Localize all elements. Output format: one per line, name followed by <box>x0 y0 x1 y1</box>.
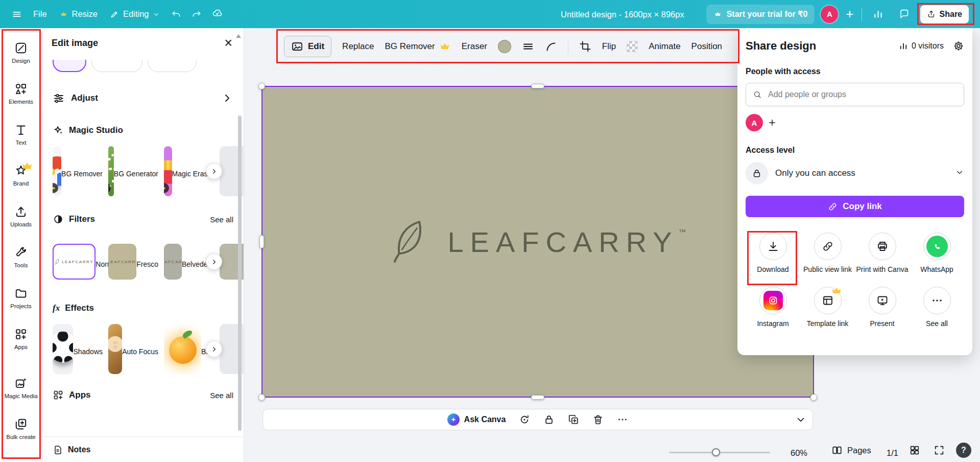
animate-button[interactable]: Animate <box>649 41 680 52</box>
avatar[interactable]: A <box>821 6 838 23</box>
handle-middle-left[interactable] <box>259 235 264 248</box>
bulk-create-icon <box>14 418 28 431</box>
add-people-input[interactable] <box>767 89 957 100</box>
notes-button[interactable]: Notes <box>53 445 90 455</box>
handle-top-center[interactable] <box>531 84 544 88</box>
design-canvas[interactable]: LEAFCARRY™ <box>262 87 813 397</box>
handle-bottom-center[interactable] <box>531 395 544 400</box>
regenerate-button[interactable] <box>519 414 530 425</box>
option-template-link[interactable]: Template link <box>800 287 855 329</box>
sidebar-item-uploads[interactable]: Uploads <box>0 196 42 237</box>
ask-canva-button[interactable]: Ask Canva <box>447 413 506 426</box>
access-level-dropdown[interactable]: Only you can access <box>746 162 964 184</box>
delete-button[interactable] <box>592 414 604 425</box>
scroll-next-button[interactable] <box>206 163 222 179</box>
zoom-slider[interactable] <box>669 448 770 457</box>
share-button[interactable]: Share <box>920 5 969 24</box>
scroll-next-button[interactable] <box>206 253 222 270</box>
eraser-button[interactable]: Eraser <box>462 41 487 52</box>
main-menu-button[interactable] <box>7 5 27 24</box>
comments-button[interactable] <box>894 5 914 24</box>
option-whatsapp[interactable]: WhatsApp <box>910 233 964 274</box>
visitors-button[interactable]: 0 visitors <box>899 41 944 51</box>
bg-remover-button[interactable]: BG Remover <box>385 40 450 53</box>
filters-see-all-link[interactable]: See all <box>210 215 233 224</box>
sidebar-item-design[interactable]: Design <box>0 32 42 73</box>
avatar[interactable]: A <box>746 114 763 131</box>
share-panel-title: Share design <box>746 39 816 53</box>
sidebar-item-tools[interactable]: Tools <box>0 237 42 278</box>
trial-button[interactable]: Start your trial for ₹0 <box>706 5 815 24</box>
effect-shadows[interactable]: Shadows <box>53 324 103 374</box>
option-print-with-canva[interactable]: Print with Canva <box>855 233 910 274</box>
filter-category-pill[interactable] <box>148 60 197 72</box>
share-settings-button[interactable] <box>953 40 964 52</box>
color-swatch-button[interactable] <box>498 40 511 53</box>
lock-button[interactable] <box>543 414 555 425</box>
filter-category-pill[interactable] <box>53 60 86 72</box>
position-button[interactable]: Position <box>691 41 722 52</box>
insights-button[interactable] <box>868 5 888 24</box>
apps-see-all-link[interactable]: See all <box>210 391 233 400</box>
filter-none[interactable]: LEAFCARRY None <box>53 244 103 280</box>
adjust-row[interactable]: Adjust <box>53 89 233 107</box>
chevron-right-icon <box>210 168 218 175</box>
scroll-next-button[interactable] <box>206 341 222 357</box>
filter-category-pill[interactable] <box>91 60 142 72</box>
more-options-button[interactable] <box>617 414 628 425</box>
crop-button[interactable] <box>579 40 591 53</box>
scrollbar-up-arrow[interactable] <box>236 34 241 38</box>
sidebar-item-projects[interactable]: Projects <box>0 278 42 318</box>
file-menu[interactable]: File <box>28 5 53 23</box>
handle-bottom-left[interactable] <box>258 394 265 401</box>
panel-scrollbar[interactable] <box>238 115 242 431</box>
grid-view-button[interactable] <box>909 445 920 456</box>
add-person-button[interactable] <box>768 118 777 127</box>
undo-button[interactable] <box>166 5 186 24</box>
curve-button[interactable] <box>545 40 557 53</box>
option-see-all[interactable]: See all <box>910 287 964 329</box>
sidebar-item-label: Elements <box>9 99 33 105</box>
sidebar-item-magic-media[interactable]: Magic Media <box>0 367 42 408</box>
flip-button[interactable]: Flip <box>602 41 616 52</box>
sidebar-item-bulk-create[interactable]: Bulk create <box>0 408 42 449</box>
sidebar-item-elements[interactable]: Elements <box>0 73 42 114</box>
option-download[interactable]: Download <box>746 233 800 274</box>
zoom-level[interactable]: 60% <box>791 448 807 458</box>
option-present[interactable]: Present <box>855 287 910 329</box>
card-bg-remover[interactable]: BG Remover <box>53 146 103 196</box>
image-toolbar: Edit Replace BG Remover Eraser Flip Anim… <box>284 29 722 63</box>
replace-button[interactable]: Replace <box>342 41 374 52</box>
collapse-bar-button[interactable] <box>795 414 806 425</box>
shadows-thumbnail <box>53 324 73 374</box>
editing-mode-button[interactable]: Editing <box>104 5 165 23</box>
transparency-button[interactable] <box>627 41 638 52</box>
edit-tool-label: Edit <box>308 41 324 52</box>
add-people-field[interactable] <box>746 83 964 106</box>
help-button[interactable]: ? <box>956 443 971 458</box>
sidebar-item-text[interactable]: Text <box>0 114 42 155</box>
option-instagram[interactable]: Instagram <box>746 287 800 329</box>
filter-fresco[interactable]: LEAFCARRY Fresco <box>108 244 158 280</box>
close-panel-button[interactable]: × <box>222 36 234 50</box>
edit-tool-button[interactable]: Edit <box>284 36 331 57</box>
people-with-access-row: A <box>746 114 964 131</box>
spacing-button[interactable] <box>522 40 534 53</box>
option-public-view-link[interactable]: Public view link <box>800 233 855 274</box>
resize-button[interactable]: Resize <box>54 5 103 23</box>
duplicate-button[interactable] <box>568 414 579 425</box>
card-bg-generator[interactable]: BG Generator <box>108 146 158 196</box>
handle-bottom-right[interactable] <box>810 394 817 401</box>
handle-top-left[interactable] <box>258 83 265 89</box>
zoom-slider-thumb[interactable] <box>712 448 720 456</box>
copy-link-button[interactable]: Copy link <box>746 196 964 217</box>
sidebar-item-label: Bulk create <box>6 434 36 440</box>
redo-button[interactable] <box>187 5 206 24</box>
sidebar-item-brand[interactable]: Brand <box>0 155 42 196</box>
effect-auto-focus[interactable]: Auto Focus <box>108 324 158 374</box>
pages-button[interactable]: Pages <box>831 445 871 456</box>
sidebar-item-apps[interactable]: Apps <box>0 318 42 359</box>
card-label: Fresco <box>136 260 158 268</box>
fullscreen-button[interactable] <box>934 445 945 456</box>
add-team-member-button[interactable]: + <box>844 6 855 22</box>
